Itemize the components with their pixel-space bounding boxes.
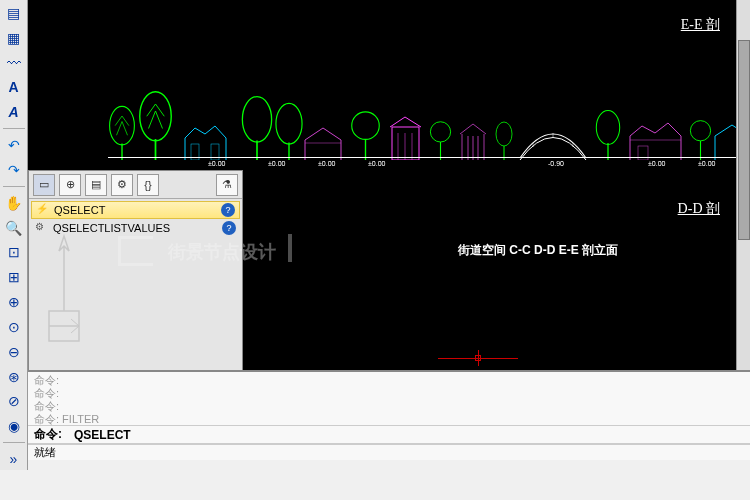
tool-redo-icon[interactable]: ↷	[3, 159, 25, 181]
tool-zoom-in-icon[interactable]: ⊛	[3, 366, 25, 388]
tab-brackets-icon[interactable]: {}	[137, 174, 159, 196]
ucs-compass-icon	[39, 231, 89, 351]
tool-zoom-object-icon[interactable]: ⊖	[3, 341, 25, 363]
command-window: 命令: 命令: 命令: 命令: FILTER 命令: QSELECT 就绪	[28, 370, 750, 460]
svg-point-17	[430, 122, 450, 142]
command-history: 命令: 命令: 命令: 命令: FILTER	[28, 372, 750, 426]
section-label-dd: D-D 剖	[678, 200, 720, 218]
svg-point-28	[690, 121, 710, 141]
bridge-icon	[518, 125, 588, 160]
svg-point-0	[110, 106, 135, 145]
help-icon[interactable]: ?	[221, 203, 235, 217]
baseline	[108, 157, 750, 158]
svg-point-19	[496, 122, 512, 146]
svg-point-11	[352, 112, 380, 140]
tool-text-a-icon[interactable]: A	[3, 76, 25, 98]
tool-zoom-dynamic-icon[interactable]: ⊞	[3, 266, 25, 288]
svg-point-8	[276, 103, 302, 144]
svg-point-2	[140, 92, 172, 141]
tool-layer-icon[interactable]: ▤	[3, 2, 25, 24]
tool-zoom-out-icon[interactable]: ⊘	[3, 390, 25, 412]
tool-zoom-realtime-icon[interactable]: 🔍	[3, 217, 25, 239]
tool-zoom-all-icon[interactable]: ◉	[3, 415, 25, 437]
vertical-scrollbar[interactable]	[736, 0, 750, 370]
command-value: QSELECT	[74, 428, 131, 442]
help-icon[interactable]: ?	[222, 221, 236, 235]
tool-undo-icon[interactable]: ↶	[3, 134, 25, 156]
legend-text: 街道空间 C-C D-D E-E 剖立面	[458, 242, 618, 259]
svg-point-24	[596, 111, 619, 145]
status-bar: 就绪	[28, 444, 750, 460]
tool-zoom-window-icon[interactable]: ⊡	[3, 241, 25, 263]
cursor-crosshair-icon	[438, 350, 518, 370]
tool-arrow-icon[interactable]: »	[3, 448, 25, 470]
tab-flask-icon[interactable]: ⚗	[216, 174, 238, 196]
svg-point-6	[242, 97, 271, 143]
tab-crosshair-icon[interactable]: ⊕	[59, 174, 81, 196]
tab-layers-icon[interactable]: ▤	[85, 174, 107, 196]
lightning-icon: ⚡	[36, 203, 50, 217]
elevation-drawing	[108, 65, 750, 165]
panel-tabs: ▭ ⊕ ▤ ⚙ {} ⚗	[29, 171, 242, 199]
command-prompt: 命令:	[34, 426, 62, 443]
tab-settings-icon[interactable]: ⚙	[111, 174, 133, 196]
command-input[interactable]: 命令: QSELECT	[28, 426, 750, 444]
tool-pan-icon[interactable]: ✋	[3, 192, 25, 214]
tool-wave-icon[interactable]: 〰	[3, 52, 25, 74]
section-label-ee: E-E 剖	[681, 16, 720, 34]
svg-rect-13	[392, 127, 419, 160]
cmd-item-qselect[interactable]: ⚡ QSELECT ?	[31, 201, 240, 219]
tool-zoom-scale-icon[interactable]: ⊕	[3, 291, 25, 313]
tab-selection-icon[interactable]: ▭	[33, 174, 55, 196]
tool-zoom-center-icon[interactable]: ⊙	[3, 316, 25, 338]
tool-hatch-icon[interactable]: ▦	[3, 27, 25, 49]
left-toolbar: ▤ ▦ 〰 A A ↶ ↷ ✋ 🔍 ⊡ ⊞ ⊕ ⊙ ⊖ ⊛ ⊘ ◉ »	[0, 0, 28, 470]
tool-text-a2-icon[interactable]: A	[3, 101, 25, 123]
cmd-label: QSELECT	[54, 204, 105, 216]
